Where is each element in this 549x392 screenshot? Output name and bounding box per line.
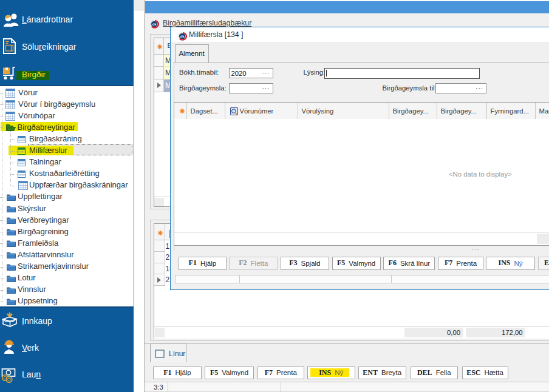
- svg-text:dk: dk: [152, 22, 157, 26]
- svg-text:dk: dk: [180, 35, 185, 38]
